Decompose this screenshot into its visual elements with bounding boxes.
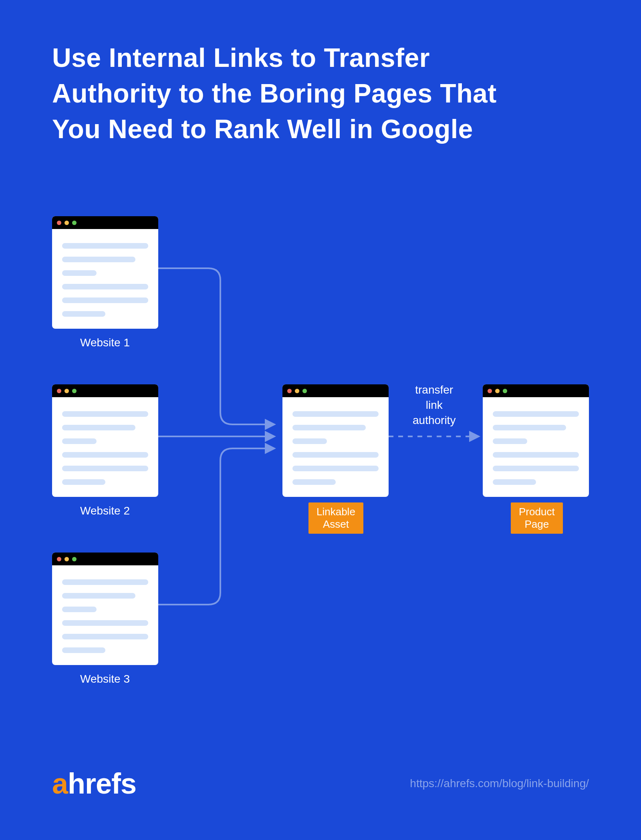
website-1-card [52, 216, 158, 329]
dot-green-icon [503, 389, 507, 393]
dot-red-icon [57, 389, 61, 393]
ahrefs-logo: ahrefs [52, 767, 136, 800]
window-bar [52, 216, 158, 229]
window-bar [52, 384, 158, 397]
linkable-asset-card [282, 384, 389, 497]
dot-yellow-icon [65, 557, 69, 561]
product-page-card [483, 384, 589, 497]
dot-green-icon [302, 389, 307, 393]
website-3-label: Website 3 [80, 673, 130, 685]
window-bar [282, 384, 389, 397]
dot-green-icon [72, 389, 77, 393]
website-2-label: Website 2 [80, 504, 130, 517]
dot-yellow-icon [65, 389, 69, 393]
transfer-label: transfer link authority [413, 382, 456, 428]
website-2-card [52, 384, 158, 497]
logo-rest: hrefs [68, 767, 136, 800]
footer-url: https://ahrefs.com/blog/link-building/ [410, 777, 589, 790]
linkable-asset-tag: Linkable Asset [308, 502, 363, 534]
website-3-card [52, 553, 158, 665]
page-title: Use Internal Links to Transfer Authority… [52, 40, 533, 147]
window-bar [52, 553, 158, 565]
window-bar [483, 384, 589, 397]
website-1-label: Website 1 [80, 336, 130, 349]
dot-green-icon [72, 557, 77, 561]
diagram: Website 1 Website 2 Website 3 [52, 216, 589, 713]
dot-red-icon [287, 389, 292, 393]
dot-yellow-icon [495, 389, 500, 393]
dot-red-icon [57, 557, 61, 561]
dot-red-icon [488, 389, 492, 393]
footer: ahrefs https://ahrefs.com/blog/link-buil… [52, 767, 589, 800]
dot-yellow-icon [295, 389, 299, 393]
logo-prefix: a [52, 767, 68, 800]
dot-red-icon [57, 221, 61, 225]
dot-yellow-icon [65, 221, 69, 225]
product-page-tag: Product Page [511, 502, 563, 534]
dot-green-icon [72, 221, 77, 225]
